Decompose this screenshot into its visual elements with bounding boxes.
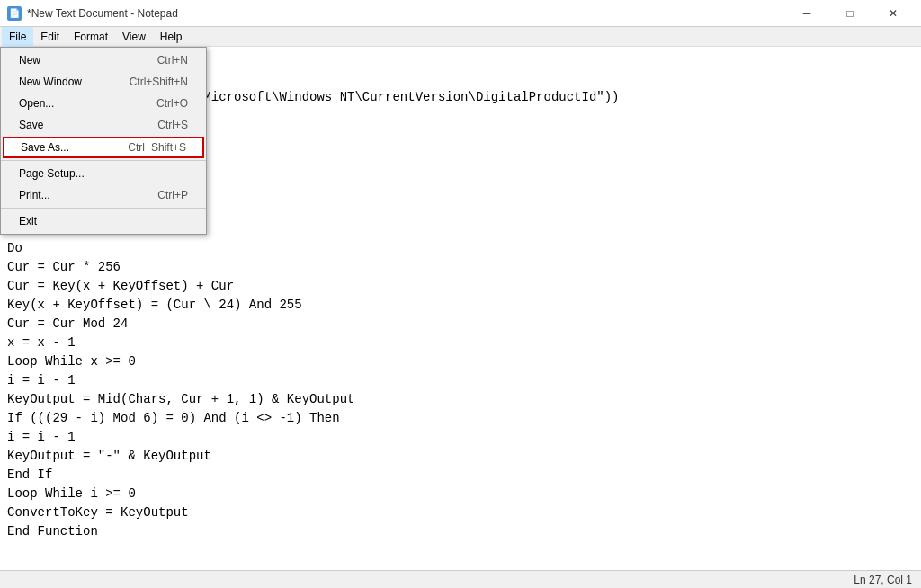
menu-item-format[interactable]: Format: [67, 27, 115, 47]
editor-line-12: Cur = Key(x + KeyOffset) + Cur: [7, 279, 234, 293]
print-label: Print...: [19, 189, 50, 201]
menu-item-help[interactable]: Help: [153, 27, 190, 47]
menu-item-edit[interactable]: Edit: [33, 27, 67, 47]
menu-new-window[interactable]: New Window Ctrl+Shift+N: [1, 71, 206, 93]
cursor-position: Ln 27, Col 1: [854, 574, 912, 586]
editor-line-18: KeyOutput = Mid(Chars, Cur + 1, 1) & Key…: [7, 392, 354, 406]
exit-label: Exit: [19, 215, 37, 227]
open-shortcut: Ctrl+O: [156, 97, 188, 110]
open-label: Open...: [19, 97, 54, 110]
editor-line-14: Cur = Cur Mod 24: [7, 316, 128, 331]
editor-line-20: i = i - 1: [7, 430, 76, 444]
file-menu-dropdown: New Ctrl+N New Window Ctrl+Shift+N Open.…: [0, 47, 207, 235]
menu-bar: File Edit Format View Help: [0, 27, 921, 47]
close-button[interactable]: ✕: [872, 0, 914, 27]
menu-open[interactable]: Open... Ctrl+O: [1, 93, 206, 114]
menu-separator-1: [1, 160, 206, 161]
menu-separator-2: [1, 208, 206, 209]
editor-line-23: Loop While i >= 0: [7, 486, 136, 501]
new-window-shortcut: Ctrl+Shift+N: [130, 76, 188, 88]
editor-line-13: Key(x + KeyOffset) = (Cur \ 24) And 255: [7, 298, 302, 312]
editor-line-10: Do: [7, 241, 22, 255]
new-label: New: [19, 54, 40, 67]
title-bar: 📄 *New Text Document - Notepad ─ □ ✕: [0, 0, 921, 27]
app-icon: 📄: [7, 6, 22, 21]
new-shortcut: Ctrl+N: [157, 54, 188, 67]
menu-item-file[interactable]: File: [2, 27, 33, 47]
save-as-label: Save As...: [21, 141, 69, 154]
menu-new[interactable]: New Ctrl+N: [1, 49, 206, 71]
minimize-button[interactable]: ─: [786, 0, 827, 27]
editor-line-22: End If: [7, 468, 52, 482]
editor-line-17: i = i - 1: [7, 373, 76, 388]
menu-save-as[interactable]: Save As... Ctrl+Shift+S: [3, 137, 204, 158]
window-controls: ─ □ ✕: [786, 0, 914, 27]
editor-line-19: If (((29 - i) Mod 6) = 0) And (i <> -1) …: [7, 411, 340, 425]
window-title: *New Text Document - Notepad: [27, 7, 781, 20]
menu-print[interactable]: Print... Ctrl+P: [1, 184, 206, 206]
menu-item-view[interactable]: View: [115, 27, 153, 47]
page-setup-label: Page Setup...: [19, 167, 85, 180]
save-shortcut: Ctrl+S: [157, 119, 188, 131]
menu-exit[interactable]: Exit: [1, 210, 206, 232]
file-dropdown-panel: New Ctrl+N New Window Ctrl+Shift+N Open.…: [0, 47, 207, 235]
editor-line-11: Cur = Cur * 256: [7, 260, 121, 274]
print-shortcut: Ctrl+P: [157, 189, 188, 201]
status-bar: Ln 27, Col 1: [0, 570, 921, 588]
editor-line-21: KeyOutput = "-" & KeyOutput: [7, 449, 211, 463]
editor-line-25: End Function: [7, 524, 98, 539]
menu-save[interactable]: Save Ctrl+S: [1, 114, 206, 136]
save-as-shortcut: Ctrl+Shift+S: [128, 141, 186, 154]
menu-page-setup[interactable]: Page Setup...: [1, 163, 206, 184]
save-label: Save: [19, 119, 43, 131]
new-window-label: New Window: [19, 76, 82, 88]
editor-line-16: Loop While x >= 0: [7, 354, 136, 369]
maximize-button[interactable]: □: [829, 0, 871, 27]
editor-line-15: x = x - 1: [7, 335, 76, 350]
editor-line-24: ConvertToKey = KeyOutput: [7, 505, 189, 520]
